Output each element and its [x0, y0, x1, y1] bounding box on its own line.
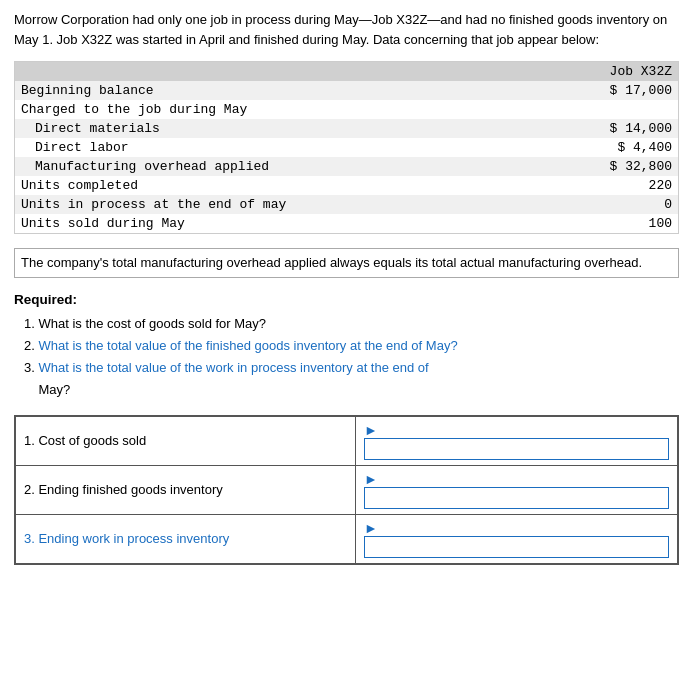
arrow-icon-1: ► — [364, 422, 378, 438]
data-table: Job X32Z Beginning balance$ 17,000Charge… — [15, 62, 678, 233]
q3-num: 3. — [24, 360, 38, 375]
answer-label-3: 3. Ending work in process inventory — [16, 514, 356, 563]
arrow-icon-3: ► — [364, 520, 378, 536]
table-row: Beginning balance$ 17,000 — [15, 81, 678, 100]
answer-input-2[interactable] — [364, 487, 669, 509]
row-label: Direct labor — [15, 138, 519, 157]
row-value: 220 — [519, 176, 678, 195]
answer-row-3: 3. Ending work in process inventory ► — [16, 514, 678, 563]
answer-text-1: 1. Cost of goods sold — [24, 433, 146, 448]
answer-input-cell-1[interactable]: ► — [356, 416, 678, 465]
row-value: $ 32,800 — [519, 157, 678, 176]
row-label: Units in process at the end of may — [15, 195, 519, 214]
table-row: Direct labor$ 4,400 — [15, 138, 678, 157]
answer-input-3[interactable] — [364, 536, 669, 558]
arrow-icon-2: ► — [364, 471, 378, 487]
row-label: Beginning balance — [15, 81, 519, 100]
question-3: 3. What is the total value of the work i… — [24, 357, 679, 401]
q2-text: What is the total value of the finished … — [38, 338, 457, 353]
table-row: Units completed220 — [15, 176, 678, 195]
question-2: 2. What is the total value of the finish… — [24, 335, 679, 357]
answer-label-1: 1. Cost of goods sold — [16, 416, 356, 465]
answer-input-cell-2[interactable]: ► — [356, 465, 678, 514]
row-value: $ 4,400 — [519, 138, 678, 157]
note-text: The company's total manufacturing overhe… — [14, 248, 679, 278]
question-1: 1. What is the cost of goods sold for Ma… — [24, 313, 679, 335]
required-label: Required: — [14, 292, 679, 307]
row-label: Units sold during May — [15, 214, 519, 233]
q1-text: What is the cost of goods sold for May? — [38, 316, 266, 331]
table-header-row: Job X32Z — [15, 62, 678, 81]
row-value: 100 — [519, 214, 678, 233]
table-row: Units in process at the end of may0 — [15, 195, 678, 214]
table-row: Direct materials$ 14,000 — [15, 119, 678, 138]
data-table-wrapper: Job X32Z Beginning balance$ 17,000Charge… — [14, 61, 679, 234]
answer-label-2: 2. Ending finished goods inventory — [16, 465, 356, 514]
header-job-label: Job X32Z — [519, 62, 678, 81]
answer-row-1: 1. Cost of goods sold ► — [16, 416, 678, 465]
table-row: Manufacturing overhead applied$ 32,800 — [15, 157, 678, 176]
answer-table: 1. Cost of goods sold ► 2. Ending finish… — [15, 416, 678, 564]
answer-input-cell-3[interactable]: ► — [356, 514, 678, 563]
q3-text: What is the total value of the work in p… — [38, 360, 428, 375]
row-value — [519, 100, 678, 119]
required-section: Required: 1. What is the cost of goods s… — [14, 292, 679, 401]
answer-row-2: 2. Ending finished goods inventory ► — [16, 465, 678, 514]
intro-text: Morrow Corporation had only one job in p… — [14, 10, 679, 49]
answer-text-3: 3. Ending work in process inventory — [24, 531, 229, 546]
row-label: Charged to the job during May — [15, 100, 519, 119]
q2-num: 2. — [24, 338, 38, 353]
row-value: 0 — [519, 195, 678, 214]
answer-table-wrapper: 1. Cost of goods sold ► 2. Ending finish… — [14, 415, 679, 565]
answer-input-1[interactable] — [364, 438, 669, 460]
table-row: Units sold during May100 — [15, 214, 678, 233]
q3-continuation: May? — [24, 382, 70, 397]
q1-num: 1. — [24, 316, 38, 331]
row-label: Direct materials — [15, 119, 519, 138]
header-label — [15, 62, 519, 81]
row-value: $ 14,000 — [519, 119, 678, 138]
row-label: Units completed — [15, 176, 519, 195]
row-label: Manufacturing overhead applied — [15, 157, 519, 176]
row-value: $ 17,000 — [519, 81, 678, 100]
answer-text-2: 2. Ending finished goods inventory — [24, 482, 223, 497]
table-row: Charged to the job during May — [15, 100, 678, 119]
questions-list: 1. What is the cost of goods sold for Ma… — [14, 313, 679, 401]
